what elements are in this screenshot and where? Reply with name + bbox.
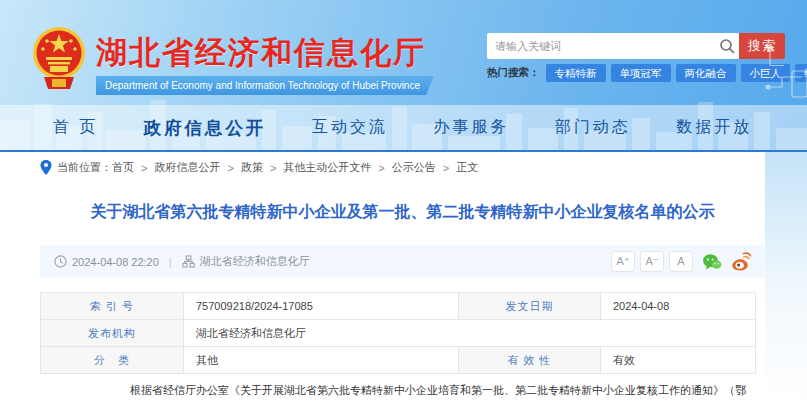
nav-item-home[interactable]: 首 页 [53,117,98,138]
breadcrumb-item[interactable]: 首页 [112,160,134,175]
wechat-share-icon[interactable] [702,252,722,272]
font-size-reset-button[interactable]: A [669,251,693,272]
validity-value: 有效 [601,347,756,374]
breadcrumb-item[interactable]: 政策 [241,160,263,175]
category-label: 分 类 [41,347,184,374]
nav-item-open-data[interactable]: 数据开放 [676,117,752,138]
circuit-decoration [762,35,807,115]
hot-search-row: 热门搜索： 专精特新 单项冠军 两化融合 小巨人 绿色工厂 [487,64,807,82]
clock-icon [54,255,67,268]
site-title: 湖北省经济和信息化厅 [96,32,426,74]
article-meta-left: 2024-04-08 22:20 | 湖北省经济和信息化厅 [54,254,310,269]
breadcrumb: 当前位置： 首页 > 政府信息公开 > 政策 > 其他主动公开文件 > 公示公告… [40,160,478,175]
source-organization-icon [182,255,195,268]
nav-item-interaction[interactable]: 互动交流 [312,117,388,138]
index-number-value: 757009218/2024-17085 [184,293,459,320]
validity-label: 有 效 性 [459,347,601,374]
nav-item-services[interactable]: 办事服务 [433,117,509,138]
meta-divider: | [169,256,172,268]
font-size-decrease-button[interactable]: A⁻ [640,251,664,272]
issue-date-label: 发文日期 [459,293,601,320]
breadcrumb-item[interactable]: 其他主动公开文件 [283,160,371,175]
source-name: 湖北省经济和信息化厅 [200,254,310,269]
breadcrumb-separator: > [227,162,233,174]
article-title: 关于湖北省第六批专精特新中小企业及第一批、第二批专精特新中小企业复核名单的公示 [40,200,765,224]
breadcrumb-separator: > [141,162,147,174]
article-meta-tools: A⁺ A⁻ A [606,251,751,272]
hot-search-tag[interactable]: 两化融合 [676,64,736,82]
font-size-increase-button[interactable]: A⁺ [611,251,635,272]
breadcrumb-separator: > [378,162,384,174]
search-input[interactable] [487,34,717,58]
publisher-value: 湖北省经济和信息化厅 [184,320,756,347]
publisher-label: 发布机构 [41,320,184,347]
article-meta-bar: 2024-04-08 22:20 | 湖北省经济和信息化厅 A⁺ A⁻ A [40,245,765,278]
hot-search-label: 热门搜索： [487,66,540,80]
nav-item-gov-info[interactable]: 政府信息公开 [144,116,267,140]
issue-date-value: 2024-04-08 [601,293,756,320]
breadcrumb-separator: > [443,162,449,174]
document-info-table: 索 引 号 757009218/2024-17085 发文日期 2024-04-… [40,292,755,374]
breadcrumb-location-label: 当前位置： [57,160,112,175]
publish-datetime: 2024-04-08 22:20 [72,256,159,268]
location-pin-icon [40,160,52,175]
main-nav: 首 页 政府信息公开 互动交流 办事服务 部门动态 数据开放 [30,105,775,150]
nav-item-department-news[interactable]: 部门动态 [555,117,631,138]
breadcrumb-separator: > [270,162,276,174]
background-strip [765,152,807,405]
breadcrumb-item[interactable]: 公示公告 [392,160,436,175]
site-subtitle-en: Department of Economy and Information Te… [96,76,434,95]
category-value: 其他 [184,347,459,374]
weibo-share-icon[interactable] [731,252,751,272]
site-banner: 湖北省经济和信息化厅 Department of Economy and Inf… [0,0,807,152]
article-body-text: 根据省经信厅办公室《关于开展湖北省第六批专精特新中小企业培育和第一批、第二批专精… [108,380,748,405]
national-emblem-logo [30,25,88,93]
search-box [487,33,739,59]
hot-search-tag[interactable]: 单项冠军 [611,64,671,82]
search-icon[interactable] [717,38,739,54]
content-area: 当前位置： 首页 > 政府信息公开 > 政策 > 其他主动公开文件 > 公示公告… [0,152,807,405]
breadcrumb-item[interactable]: 政府信息公开 [154,160,220,175]
index-number-label: 索 引 号 [41,293,184,320]
hot-search-tag[interactable]: 专精特新 [546,64,606,82]
breadcrumb-current: 正文 [456,160,478,175]
